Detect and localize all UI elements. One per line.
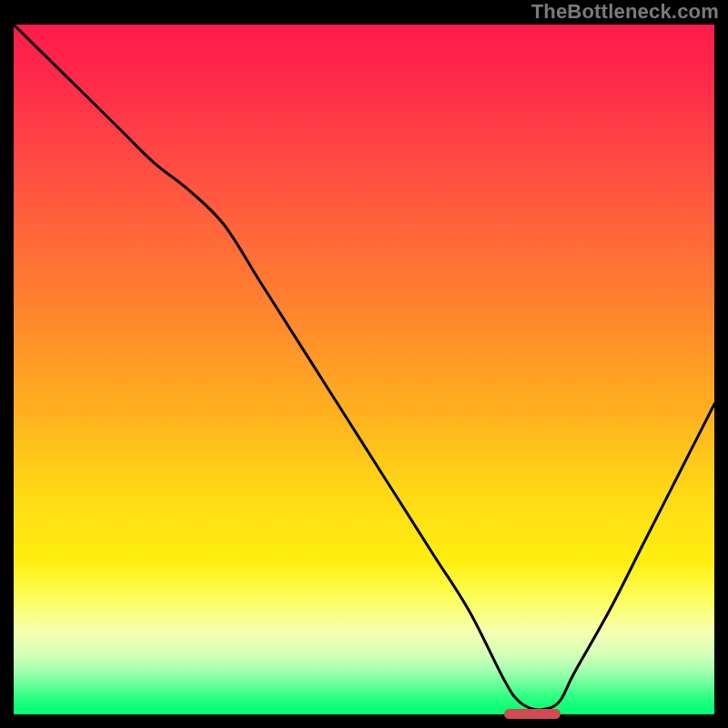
chart-frame: TheBottleneck.com [0,0,728,728]
bottleneck-curve [14,25,714,714]
plot-area [14,25,714,714]
watermark-text: TheBottleneck.com [531,0,719,24]
optimal-range-marker [504,709,561,719]
